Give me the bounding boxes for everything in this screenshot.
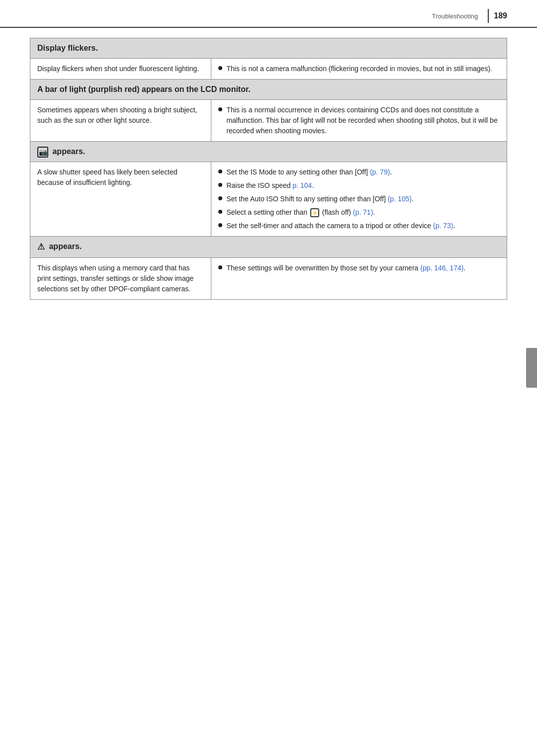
row-shake-appears: A slow shutter speed has likely been sel… — [30, 162, 507, 237]
list-item: Raise the ISO speed p. 104. — [218, 180, 500, 191]
main-content: Display flickers. Display flickers when … — [0, 28, 537, 320]
page-header: Troubleshooting 189 — [0, 0, 537, 28]
list-item: This is a normal occurrence in devices c… — [218, 105, 500, 136]
section-title-bar-of-light: A bar of light (purplish red) appears on… — [30, 80, 507, 100]
shake-icon: 📷 — [37, 147, 48, 158]
link-p73[interactable]: (p. 73) — [433, 222, 453, 230]
header-divider — [488, 9, 489, 23]
right-edge-tab — [526, 348, 537, 388]
bullet-dot — [218, 196, 222, 200]
section-header-display-flickers: Display flickers. — [30, 38, 507, 59]
right-col-shake-appears: Set the IS Mode to any setting other tha… — [211, 162, 507, 237]
bullet-list-bar-of-light: This is a normal occurrence in devices c… — [218, 105, 500, 136]
row-display-flickers: Display flickers when shot under fluores… — [30, 59, 507, 80]
bullet-dot — [218, 183, 222, 187]
section-header-shake-appears: 📷 appears. — [30, 142, 507, 162]
right-col-bar-of-light: This is a normal occurrence in devices c… — [211, 100, 507, 142]
bullet-dot — [218, 210, 222, 214]
page-number: 189 — [494, 11, 507, 20]
flash-off-icon: ⚡ — [310, 208, 319, 217]
bullet-dot — [218, 223, 222, 227]
section-title-display-flickers: Display flickers. — [30, 38, 507, 59]
left-col-warning-appears: This displays when using a memory card t… — [30, 257, 211, 299]
bullet-dot — [218, 66, 222, 70]
link-p104[interactable]: p. 104 — [292, 181, 312, 189]
list-item: Select a setting other than ⚡ (flash off… — [218, 207, 500, 218]
row-warning-appears: This displays when using a memory card t… — [30, 257, 507, 299]
list-item: Set the Auto ISO Shift to any setting ot… — [218, 194, 500, 204]
link-pp146-174[interactable]: (pp. 146, 174) — [420, 264, 463, 272]
bullet-list-warning-appears: These settings will be overwritten by th… — [218, 263, 500, 273]
list-item: These settings will be overwritten by th… — [218, 263, 500, 273]
bullet-list-shake-appears: Set the IS Mode to any setting other tha… — [218, 167, 500, 231]
left-col-bar-of-light: Sometimes appears when shooting a bright… — [30, 100, 211, 142]
list-item: Set the IS Mode to any setting other tha… — [218, 167, 500, 177]
section-title-shake-appears: 📷 appears. — [30, 142, 507, 162]
link-p105[interactable]: (p. 105) — [388, 195, 412, 203]
section-title-warning-appears: ⚠ appears. — [30, 237, 507, 258]
link-p79[interactable]: (p. 79) — [370, 168, 390, 176]
section-header-bar-of-light: A bar of light (purplish red) appears on… — [30, 80, 507, 100]
list-item: This is not a camera malfunction (flicke… — [218, 64, 500, 74]
bullet-dot — [218, 265, 222, 269]
warning-icon: ⚠ — [37, 241, 45, 253]
bullet-list-display-flickers: This is not a camera malfunction (flicke… — [218, 64, 500, 74]
content-table: Display flickers. Display flickers when … — [30, 38, 507, 300]
right-col-warning-appears: These settings will be overwritten by th… — [211, 257, 507, 299]
left-col-display-flickers: Display flickers when shot under fluores… — [30, 59, 211, 80]
bullet-dot — [218, 169, 222, 173]
row-bar-of-light: Sometimes appears when shooting a bright… — [30, 100, 507, 142]
list-item: Set the self-timer and attach the camera… — [218, 221, 500, 231]
link-p71[interactable]: (p. 71) — [353, 208, 373, 216]
bullet-dot — [218, 107, 222, 111]
right-col-display-flickers: This is not a camera malfunction (flicke… — [211, 59, 507, 80]
section-header-warning-appears: ⚠ appears. — [30, 237, 507, 258]
section-label: Troubleshooting — [432, 12, 478, 20]
left-col-shake-appears: A slow shutter speed has likely been sel… — [30, 162, 211, 237]
